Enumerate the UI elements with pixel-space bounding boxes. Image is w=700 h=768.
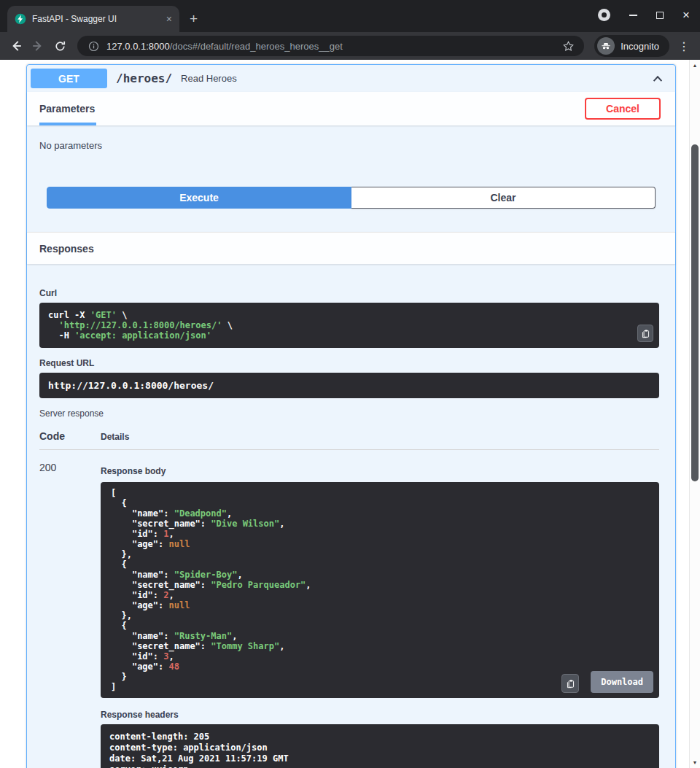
- cancel-button[interactable]: Cancel: [585, 98, 661, 120]
- server-response-label: Server response: [39, 408, 659, 419]
- parameters-header: Parameters Cancel: [27, 92, 675, 125]
- curl-codeblock: curl -X 'GET' \ 'http://127.0.0.1:8000/h…: [39, 303, 659, 348]
- incognito-badge: Incognito: [594, 35, 669, 57]
- execute-button-group: Execute Clear: [27, 151, 675, 232]
- url-path: /docs#/default/read_heroes_heroes__get: [170, 41, 343, 52]
- incognito-icon: [597, 37, 615, 55]
- response-body-block: [ { "name": "Deadpond", "secret_name": "…: [101, 482, 659, 698]
- scroll-down-button[interactable]: ▼: [690, 757, 700, 768]
- response-row: 200 Response body [ { "name": "Deadpond"…: [39, 450, 659, 768]
- operation-header[interactable]: GET /heroes/ Read Heroes: [27, 65, 675, 92]
- code-column-header: Code: [39, 430, 101, 442]
- status-code: 200: [39, 462, 101, 768]
- operation-summary: Read Heroes: [181, 73, 651, 84]
- request-url-value: http://127.0.0.1:8000/heroes/: [48, 380, 214, 391]
- curl-copy-button[interactable]: [637, 325, 653, 342]
- incognito-label: Incognito: [621, 41, 659, 52]
- request-url-label: Request URL: [39, 358, 659, 368]
- back-button[interactable]: [9, 39, 23, 53]
- browser-menu-button[interactable]: ⋮: [677, 39, 691, 53]
- method-badge: GET: [31, 69, 107, 88]
- reload-button[interactable]: [52, 39, 67, 53]
- response-body-label: Response body: [101, 466, 659, 476]
- url-bar[interactable]: 127.0.0.1:8000/docs#/default/read_heroes…: [77, 36, 584, 56]
- scroll-up-button[interactable]: ▲: [690, 60, 700, 71]
- page-content: GET /heroes/ Read Heroes Parameters Canc…: [0, 60, 700, 768]
- execute-button[interactable]: Execute: [47, 187, 351, 209]
- page-info-icon[interactable]: [86, 39, 101, 53]
- new-tab-button[interactable]: +: [190, 12, 198, 26]
- tab-parameters[interactable]: Parameters: [39, 92, 96, 125]
- operation-path: /heroes/: [116, 71, 172, 85]
- operation-panel: GET /heroes/ Read Heroes Parameters Canc…: [26, 64, 676, 768]
- download-button[interactable]: Download: [591, 671, 653, 693]
- tab-close-icon[interactable]: ×: [166, 13, 172, 25]
- responses-table: Code Details 200 Response body [ { "name…: [39, 426, 659, 768]
- responses-header: Responses: [27, 232, 675, 264]
- circle-indicator-icon[interactable]: [598, 9, 610, 21]
- navigation-bar: 127.0.0.1:8000/docs#/default/read_heroes…: [0, 32, 700, 60]
- url-text[interactable]: 127.0.0.1:8000/docs#/default/read_heroes…: [106, 41, 555, 52]
- forward-button[interactable]: [31, 39, 45, 53]
- request-url-block: http://127.0.0.1:8000/heroes/: [39, 373, 659, 398]
- scroll-thumb[interactable]: [691, 144, 699, 481]
- clear-button[interactable]: Clear: [351, 187, 656, 209]
- bookmark-star-icon[interactable]: [561, 39, 575, 53]
- fastapi-favicon-icon: [15, 13, 26, 25]
- details-column-header: Details: [101, 432, 659, 442]
- browser-tab[interactable]: FastAPI - Swagger UI ×: [7, 6, 179, 32]
- url-host: 127.0.0.1:8000: [106, 41, 170, 52]
- parameters-title: Parameters: [39, 103, 95, 115]
- minimize-button[interactable]: [629, 15, 637, 16]
- response-copy-button[interactable]: [561, 674, 579, 693]
- scrollbar[interactable]: ▲ ▼: [689, 60, 700, 768]
- close-window-button[interactable]: ×: [682, 9, 690, 21]
- no-parameters-text: No parameters: [27, 125, 675, 151]
- tab-title: FastAPI - Swagger UI: [32, 14, 160, 24]
- maximize-button[interactable]: [656, 12, 664, 19]
- curl-label: Curl: [39, 288, 659, 298]
- collapse-chevron-icon[interactable]: [651, 72, 664, 85]
- tab-bar: FastAPI - Swagger UI × + ×: [0, 0, 700, 32]
- response-headers-block: content-length: 205content-type: applica…: [101, 724, 659, 768]
- response-headers-label: Response headers: [101, 710, 659, 720]
- responses-title: Responses: [39, 243, 94, 255]
